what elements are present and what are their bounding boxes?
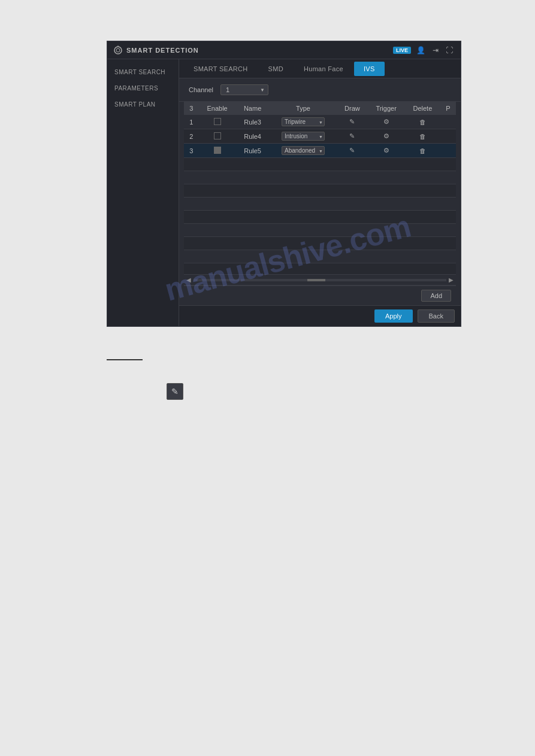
apply-button[interactable]: Apply	[374, 309, 413, 323]
table-row	[184, 263, 456, 275]
page-wrapper: SMART DETECTION LIVE 👤 ⇥ ⛶ SMART SEARCH …	[0, 0, 535, 756]
scroll-right-arrow[interactable]: ▶	[446, 277, 456, 283]
row1-p	[440, 115, 456, 129]
sidebar-item-parameters[interactable]: PARAMETERS	[107, 80, 179, 96]
row2-delete-icon[interactable]: 🗑	[419, 133, 426, 140]
table-row	[184, 250, 456, 263]
live-badge: LIVE	[393, 47, 411, 54]
tab-ivs[interactable]: IVS	[354, 62, 385, 76]
smart-detection-icon	[113, 45, 123, 55]
row2-trigger[interactable]: ⚙	[367, 129, 405, 144]
tab-human-face[interactable]: Human Face	[294, 62, 353, 76]
row2-draw[interactable]: ✎	[337, 129, 368, 144]
row3-trigger[interactable]: ⚙	[367, 144, 405, 158]
row3-type[interactable]: Tripwire Intrusion Abandoned	[269, 144, 337, 158]
row3-num: 3	[184, 144, 198, 158]
sidebar-item-smart-search[interactable]: SMART SEARCH	[107, 64, 179, 80]
row3-delete-icon[interactable]: 🗑	[419, 147, 426, 154]
title-left: SMART DETECTION	[113, 45, 199, 55]
row1-num: 1	[184, 115, 198, 129]
channel-select[interactable]: 1 2 3 4	[220, 84, 268, 95]
row1-delete[interactable]: 🗑	[405, 115, 440, 129]
scroll-track[interactable]	[194, 279, 446, 281]
row2-checkbox[interactable]	[214, 132, 221, 139]
svg-point-1	[116, 48, 120, 52]
col-trigger: Trigger	[367, 102, 405, 115]
tab-smart-search[interactable]: SMART SEARCH	[184, 62, 258, 76]
row1-enable[interactable]	[198, 115, 235, 129]
col-type: Type	[269, 102, 337, 115]
table-row	[184, 171, 456, 184]
section-divider	[107, 359, 143, 360]
row1-trigger-icon[interactable]: ⚙	[383, 118, 389, 125]
scroll-bar-area: ◀ ▶	[184, 274, 456, 286]
row2-name: Rule4	[236, 129, 270, 144]
rules-table: 3 Enable Name Type Draw Trigger Delete P	[184, 102, 456, 274]
row2-p	[440, 129, 456, 144]
row1-name: Rule3	[236, 115, 270, 129]
row2-num: 2	[184, 129, 198, 144]
table-row	[184, 237, 456, 250]
row1-type[interactable]: Tripwire Intrusion Abandoned	[269, 115, 337, 129]
channel-label: Channel	[189, 86, 213, 93]
row1-draw-icon[interactable]: ✎	[349, 118, 355, 125]
exit-icon-btn[interactable]: ⇥	[431, 45, 440, 55]
pencil-icon: ✎	[171, 387, 179, 396]
row1-type-wrap: Tripwire Intrusion Abandoned	[282, 117, 325, 126]
row1-type-select[interactable]: Tripwire Intrusion Abandoned	[282, 117, 325, 126]
content-area: SMART SEARCH PARAMETERS SMART PLAN SMART…	[107, 59, 461, 326]
col-draw: Draw	[337, 102, 368, 115]
scroll-thumb	[307, 279, 325, 281]
table-row	[184, 184, 456, 198]
back-button[interactable]: Back	[418, 309, 455, 323]
row2-enable[interactable]	[198, 129, 235, 144]
table-container: 3 Enable Name Type Draw Trigger Delete P	[184, 102, 456, 274]
table-body: 1 Rule3 Tripwire Intrusion A	[184, 115, 456, 274]
table-row: 1 Rule3 Tripwire Intrusion A	[184, 115, 456, 129]
row3-draw[interactable]: ✎	[337, 144, 368, 158]
row3-checkbox[interactable]	[214, 147, 221, 154]
fullscreen-icon-btn[interactable]: ⛶	[444, 45, 455, 55]
row3-p	[440, 144, 456, 158]
sidebar: SMART SEARCH PARAMETERS SMART PLAN	[107, 59, 179, 326]
col-enable: Enable	[198, 102, 235, 115]
pencil-icon-button[interactable]: ✎	[167, 383, 183, 400]
row3-trigger-icon[interactable]: ⚙	[383, 147, 389, 154]
col-num: 3	[184, 102, 198, 115]
channel-row: Channel 1 2 3 4	[179, 78, 461, 102]
col-p: P	[440, 102, 456, 115]
row3-name: Rule5	[236, 144, 270, 158]
row1-delete-icon[interactable]: 🗑	[419, 119, 426, 126]
tab-smd[interactable]: SMD	[259, 62, 293, 76]
row2-type[interactable]: Tripwire Intrusion Abandoned	[269, 129, 337, 144]
row3-type-select[interactable]: Tripwire Intrusion Abandoned	[282, 146, 325, 155]
add-button[interactable]: Add	[421, 290, 451, 302]
user-icon-btn[interactable]: 👤	[415, 45, 427, 55]
footer-bar: Apply Back	[179, 305, 461, 326]
table-row	[184, 211, 456, 224]
table-row	[184, 198, 456, 211]
row2-draw-icon[interactable]: ✎	[349, 132, 355, 139]
channel-select-wrapper: 1 2 3 4	[220, 84, 268, 95]
row2-delete[interactable]: 🗑	[405, 129, 440, 144]
add-button-area: Add	[184, 286, 456, 305]
row2-type-select[interactable]: Tripwire Intrusion Abandoned	[282, 132, 325, 141]
scroll-left-arrow[interactable]: ◀	[184, 277, 194, 283]
title-bar: SMART DETECTION LIVE 👤 ⇥ ⛶	[107, 41, 461, 59]
main-content: SMART SEARCH SMD Human Face IVS Channel …	[179, 59, 461, 326]
row1-draw[interactable]: ✎	[337, 115, 368, 129]
table-area: 3 Enable Name Type Draw Trigger Delete P	[179, 102, 461, 305]
sidebar-item-smart-plan[interactable]: SMART PLAN	[107, 96, 179, 113]
table-row: 2 Rule4 Tripwire Intrusion A	[184, 129, 456, 144]
row3-delete[interactable]: 🗑	[405, 144, 440, 158]
row3-enable[interactable]	[198, 144, 235, 158]
row3-draw-icon[interactable]: ✎	[349, 147, 355, 154]
svg-point-0	[114, 47, 122, 54]
tab-bar: SMART SEARCH SMD Human Face IVS	[179, 59, 461, 78]
title-actions: LIVE 👤 ⇥ ⛶	[393, 45, 455, 55]
row1-checkbox[interactable]	[214, 118, 221, 125]
table-row: 3 Rule5 Tripwire Intrusion A	[184, 144, 456, 158]
table-row	[184, 158, 456, 171]
row1-trigger[interactable]: ⚙	[367, 115, 405, 129]
row2-trigger-icon[interactable]: ⚙	[383, 132, 389, 139]
